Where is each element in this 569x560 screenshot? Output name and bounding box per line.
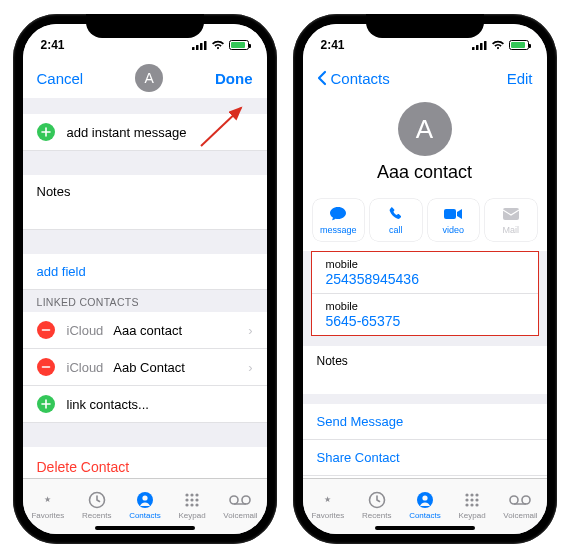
svg-point-10 xyxy=(185,498,188,501)
contact-hero: A Aaa contact xyxy=(303,98,547,193)
svg-point-33 xyxy=(475,498,478,501)
svg-point-7 xyxy=(185,493,188,496)
back-label: Contacts xyxy=(331,70,390,87)
highlight-annotation: mobile 254358945436 mobile 5645-65375 xyxy=(311,251,539,336)
status-time: 2:41 xyxy=(321,38,345,52)
status-icons xyxy=(192,40,249,50)
svg-point-32 xyxy=(470,498,473,501)
linked-contacts-header: LINKED CONTACTS xyxy=(23,290,267,312)
tab-voicemail[interactable]: Voicemail xyxy=(223,490,257,520)
phone-entry[interactable]: mobile 254358945436 xyxy=(312,252,538,294)
chevron-right-icon: › xyxy=(248,323,252,338)
send-message-link[interactable]: Send Message xyxy=(303,404,547,440)
status-icons xyxy=(472,40,529,50)
notes-field[interactable]: Notes xyxy=(23,175,267,230)
action-row: message call video Mail xyxy=(303,193,547,251)
avatar[interactable]: A xyxy=(398,102,452,156)
tab-keypad[interactable]: Keypad xyxy=(458,490,485,520)
contact-name: Aaa contact xyxy=(377,162,472,183)
home-indicator xyxy=(375,526,475,530)
contacts-icon xyxy=(414,490,436,510)
voicemail-icon xyxy=(229,490,251,510)
svg-rect-20 xyxy=(476,45,479,50)
done-button[interactable]: Done xyxy=(215,70,253,87)
cancel-button[interactable]: Cancel xyxy=(37,70,84,87)
tab-favorites[interactable]: ★Favorites xyxy=(311,490,344,520)
svg-point-30 xyxy=(475,493,478,496)
svg-point-34 xyxy=(465,503,468,506)
svg-rect-19 xyxy=(472,47,475,50)
view-content: A Aaa contact message call video xyxy=(303,98,547,478)
chevron-left-icon xyxy=(317,70,327,86)
tab-recents[interactable]: Recents xyxy=(362,490,391,520)
home-indicator xyxy=(95,526,195,530)
svg-point-13 xyxy=(185,503,188,506)
add-field-row[interactable]: add field xyxy=(23,254,267,290)
svg-rect-24 xyxy=(503,208,519,220)
notes-label: Notes xyxy=(37,184,253,199)
edit-button[interactable]: Edit xyxy=(507,70,533,87)
clock-icon xyxy=(366,490,388,510)
svg-point-35 xyxy=(470,503,473,506)
svg-point-6 xyxy=(142,495,147,500)
phone-left: 2:41 Cancel A Done add instant message xyxy=(13,14,277,544)
svg-point-36 xyxy=(475,503,478,506)
linked-name: Aab Contact xyxy=(113,360,248,375)
wifi-icon xyxy=(491,40,505,50)
minus-icon xyxy=(37,321,55,339)
svg-rect-22 xyxy=(484,41,487,50)
action-video[interactable]: video xyxy=(428,199,480,241)
tab-contacts[interactable]: Contacts xyxy=(129,490,161,520)
notes-label: Notes xyxy=(317,354,348,368)
svg-point-14 xyxy=(190,503,193,506)
status-time: 2:41 xyxy=(41,38,65,52)
svg-point-17 xyxy=(242,496,250,504)
chevron-right-icon: › xyxy=(248,360,252,375)
wifi-icon xyxy=(211,40,225,50)
avatar[interactable]: A xyxy=(135,64,163,92)
linked-contact-row[interactable]: iCloud Aaa contact › xyxy=(23,312,267,349)
share-contact-link[interactable]: Share Contact xyxy=(303,440,547,476)
phone-entry[interactable]: mobile 5645-65375 xyxy=(312,294,538,335)
svg-point-8 xyxy=(190,493,193,496)
linked-source: iCloud xyxy=(67,360,104,375)
linked-source: iCloud xyxy=(67,323,104,338)
phone-right: 2:41 Contacts Edit A Aaa contact xyxy=(293,14,557,544)
action-call[interactable]: call xyxy=(370,199,422,241)
screen-edit: 2:41 Cancel A Done add instant message xyxy=(23,24,267,534)
svg-point-28 xyxy=(465,493,468,496)
back-button[interactable]: Contacts xyxy=(317,70,390,87)
tab-recents[interactable]: Recents xyxy=(82,490,111,520)
svg-point-29 xyxy=(470,493,473,496)
svg-point-15 xyxy=(195,503,198,506)
tab-favorites[interactable]: ★Favorites xyxy=(31,490,64,520)
phone-value: 254358945436 xyxy=(326,271,524,287)
svg-point-37 xyxy=(510,496,518,504)
tab-contacts[interactable]: Contacts xyxy=(409,490,441,520)
add-im-label: add instant message xyxy=(67,125,253,140)
tab-keypad[interactable]: Keypad xyxy=(178,490,205,520)
phone-icon xyxy=(388,205,404,223)
svg-rect-21 xyxy=(480,43,483,50)
phone-value: 5645-65375 xyxy=(326,313,524,329)
notes-section[interactable]: Notes xyxy=(303,346,547,394)
nav-header: Contacts Edit xyxy=(303,58,547,98)
linked-contact-row[interactable]: iCloud Aab Contact › xyxy=(23,349,267,386)
voicemail-icon xyxy=(509,490,531,510)
message-icon xyxy=(329,205,347,223)
action-mail: Mail xyxy=(485,199,537,241)
star-icon: ★ xyxy=(317,490,339,510)
tab-voicemail[interactable]: Voicemail xyxy=(503,490,537,520)
phone-label: mobile xyxy=(326,258,524,270)
link-contacts-row[interactable]: link contacts... xyxy=(23,386,267,423)
svg-point-31 xyxy=(465,498,468,501)
clock-icon xyxy=(86,490,108,510)
action-message[interactable]: message xyxy=(313,199,365,241)
add-instant-message-row[interactable]: add instant message xyxy=(23,114,267,151)
delete-contact-button[interactable]: Delete Contact xyxy=(23,447,267,478)
nav-header: Cancel A Done xyxy=(23,58,267,98)
minus-icon xyxy=(37,358,55,376)
svg-rect-3 xyxy=(204,41,207,50)
keypad-icon xyxy=(181,490,203,510)
add-field-label: add field xyxy=(37,264,253,279)
